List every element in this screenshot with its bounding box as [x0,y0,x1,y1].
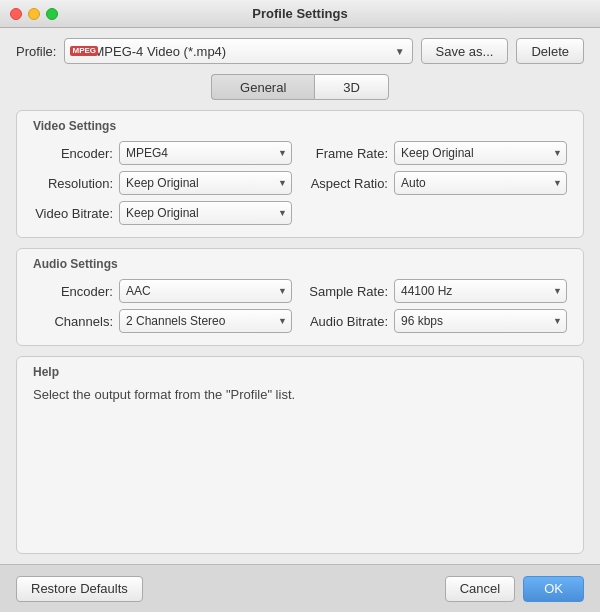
profile-select-wrapper: MPEG MPEG-4 Video (*.mp4) ▼ [64,38,412,64]
tab-general[interactable]: General [211,74,314,100]
tab-3d[interactable]: 3D [314,74,389,100]
mpeg-icon: MPEG [70,46,98,56]
audio-encoder-row: Encoder: AAC MP3 OGG ▼ [33,279,292,303]
video-encoder-row: Encoder: MPEG4 H.264 H.265 ▼ [33,141,292,165]
cancel-button[interactable]: Cancel [445,576,515,602]
channels-row: Channels: 2 Channels Stereo 1 Channel Mo… [33,309,292,333]
video-encoder-select-wrapper: MPEG4 H.264 H.265 ▼ [119,141,292,165]
bottom-bar: Restore Defaults Cancel OK [0,564,600,612]
video-encoder-select[interactable]: MPEG4 H.264 H.265 [119,141,292,165]
audio-bitrate-select-wrapper: 96 kbps 128 kbps 192 kbps ▼ [394,309,567,333]
delete-button[interactable]: Delete [516,38,584,64]
audio-encoder-label: Encoder: [33,284,113,299]
sample-rate-select-wrapper: 44100 Hz 48000 Hz 22050 Hz ▼ [394,279,567,303]
resolution-row: Resolution: Keep Original 1920x1080 1280… [33,171,292,195]
frame-rate-row: Frame Rate: Keep Original 24 fps 30 fps … [308,141,567,165]
save-as-button[interactable]: Save as... [421,38,509,64]
help-text: Select the output format from the "Profi… [33,387,567,402]
video-bitrate-label: Video Bitrate: [33,206,113,221]
profile-label: Profile: [16,44,56,59]
video-encoder-label: Encoder: [33,146,113,161]
video-settings-section: Video Settings Encoder: MPEG4 H.264 H.26… [16,110,584,238]
help-section: Help Select the output format from the "… [16,356,584,554]
frame-rate-select-wrapper: Keep Original 24 fps 30 fps ▼ [394,141,567,165]
ok-button[interactable]: OK [523,576,584,602]
frame-rate-label: Frame Rate: [308,146,388,161]
restore-defaults-button[interactable]: Restore Defaults [16,576,143,602]
resolution-select[interactable]: Keep Original 1920x1080 1280x720 [119,171,292,195]
audio-bitrate-label: Audio Bitrate: [308,314,388,329]
resolution-label: Resolution: [33,176,113,191]
audio-settings-title: Audio Settings [33,257,567,271]
title-bar: Profile Settings [0,0,600,28]
channels-label: Channels: [33,314,113,329]
minimize-button[interactable] [28,8,40,20]
channels-select[interactable]: 2 Channels Stereo 1 Channel Mono [119,309,292,333]
aspect-ratio-select[interactable]: Auto 16:9 4:3 [394,171,567,195]
profile-select[interactable]: MPEG-4 Video (*.mp4) [64,38,412,64]
aspect-ratio-row: Aspect Ratio: Auto 16:9 4:3 ▼ [308,171,567,195]
audio-bitrate-row: Audio Bitrate: 96 kbps 128 kbps 192 kbps… [308,309,567,333]
audio-bitrate-select[interactable]: 96 kbps 128 kbps 192 kbps [394,309,567,333]
frame-rate-select[interactable]: Keep Original 24 fps 30 fps [394,141,567,165]
help-title: Help [33,365,567,379]
sample-rate-row: Sample Rate: 44100 Hz 48000 Hz 22050 Hz … [308,279,567,303]
video-bitrate-select-wrapper: Keep Original 128 kbps 256 kbps ▼ [119,201,292,225]
maximize-button[interactable] [46,8,58,20]
aspect-ratio-label: Aspect Ratio: [308,176,388,191]
video-settings-grid: Encoder: MPEG4 H.264 H.265 ▼ Frame Rate:… [33,141,567,225]
audio-encoder-select-wrapper: AAC MP3 OGG ▼ [119,279,292,303]
video-settings-title: Video Settings [33,119,567,133]
sample-rate-select[interactable]: 44100 Hz 48000 Hz 22050 Hz [394,279,567,303]
tabs-row: General 3D [16,74,584,100]
main-content: Profile: MPEG MPEG-4 Video (*.mp4) ▼ Sav… [0,28,600,564]
channels-select-wrapper: 2 Channels Stereo 1 Channel Mono ▼ [119,309,292,333]
audio-settings-section: Audio Settings Encoder: AAC MP3 OGG ▼ Sa… [16,248,584,346]
audio-settings-grid: Encoder: AAC MP3 OGG ▼ Sample Rate: 4410… [33,279,567,333]
close-button[interactable] [10,8,22,20]
video-bitrate-select[interactable]: Keep Original 128 kbps 256 kbps [119,201,292,225]
traffic-lights [10,8,58,20]
profile-row: Profile: MPEG MPEG-4 Video (*.mp4) ▼ Sav… [16,38,584,64]
sample-rate-label: Sample Rate: [308,284,388,299]
audio-encoder-select[interactable]: AAC MP3 OGG [119,279,292,303]
window-title: Profile Settings [252,6,347,21]
bottom-right-buttons: Cancel OK [445,576,584,602]
resolution-select-wrapper: Keep Original 1920x1080 1280x720 ▼ [119,171,292,195]
aspect-ratio-select-wrapper: Auto 16:9 4:3 ▼ [394,171,567,195]
video-bitrate-row: Video Bitrate: Keep Original 128 kbps 25… [33,201,292,225]
